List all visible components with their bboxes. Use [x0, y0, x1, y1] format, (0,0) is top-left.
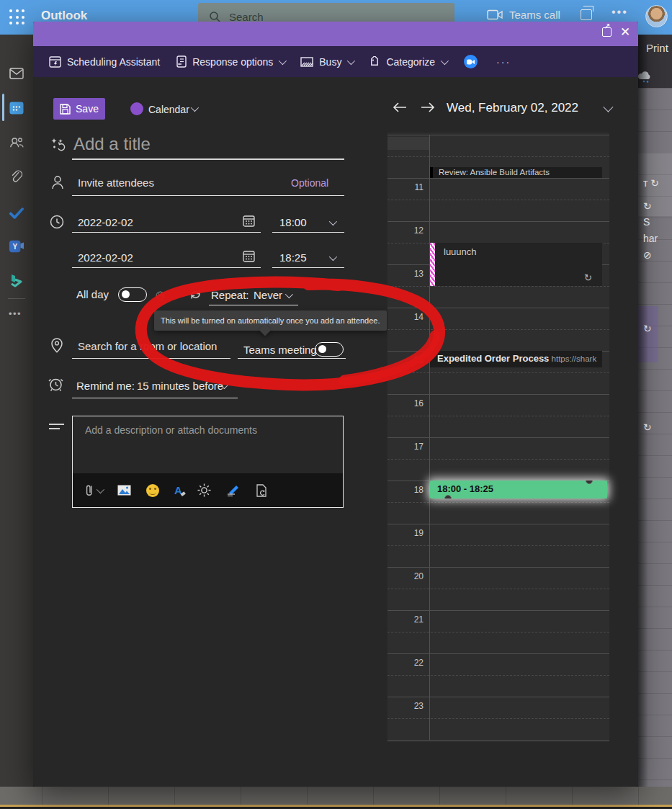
draw-pen-icon[interactable]: [226, 485, 241, 496]
hour-line: [387, 524, 609, 524]
half-hour-line: [387, 718, 609, 719]
emoji-icon[interactable]: [146, 484, 159, 497]
end-date-input[interactable]: 2022-02-02: [78, 251, 133, 264]
previous-day-arrow[interactable]: [393, 101, 407, 114]
chevron-down-icon: [279, 56, 287, 64]
calendar-event[interactable]: 18:00 - 18:25: [430, 481, 607, 499]
rail-more-icon[interactable]: •••: [9, 308, 22, 319]
day-view-grid[interactable]: 11121314151617181920212223Review: Ansibl…: [387, 133, 609, 742]
save-button[interactable]: Save: [53, 98, 105, 120]
location-pin-icon: [51, 338, 63, 353]
hour-label: 14: [387, 312, 424, 322]
open-window-icon[interactable]: [581, 9, 592, 20]
brightness-icon[interactable]: [197, 483, 211, 497]
resize-handle-bottom[interactable]: [444, 495, 452, 499]
yammer-icon[interactable]: Y: [9, 239, 24, 254]
invite-attendees-input[interactable]: Invite attendees: [78, 176, 154, 189]
calendar-date-title[interactable]: Wed, February 02, 2022: [447, 101, 578, 115]
close-icon[interactable]: ✕: [620, 27, 631, 37]
hour-label: 17: [387, 442, 424, 452]
response-options-button[interactable]: Response options: [176, 55, 285, 68]
event-title-icon: [50, 137, 66, 153]
insert-document-icon[interactable]: [256, 484, 267, 497]
calendar-selector[interactable]: Calendar: [148, 104, 189, 115]
background-strip-text: ↻: [643, 200, 652, 212]
dialog-toolbar: Scheduling Assistant Response options Bu…: [33, 46, 638, 77]
categorize-tag-icon: [369, 56, 380, 68]
half-hour-line: [387, 589, 609, 589]
repeat-label: Repeat:: [211, 289, 249, 301]
zoom-app-icon[interactable]: [464, 55, 478, 68]
calendar-event[interactable]: Review: Ansible Build Artifacts: [430, 167, 602, 178]
scheduling-assistant-button[interactable]: Scheduling Assistant: [49, 55, 160, 68]
background-column-line: [572, 787, 573, 805]
teams-meeting-toggle[interactable]: [315, 342, 344, 357]
hour-line: [387, 653, 609, 654]
people-icon[interactable]: [9, 135, 24, 150]
all-day-label: All day: [76, 288, 109, 300]
start-time-input[interactable]: 18:00: [279, 216, 307, 228]
background-column-line: [439, 787, 440, 805]
remind-me-dropdown[interactable]: 15 minutes before: [137, 380, 223, 392]
teams-meeting-label: Teams meeting: [243, 344, 317, 356]
screen: Outlook Search Teams call ••• Print Y ••…: [0, 0, 672, 809]
half-hour-line: [387, 286, 609, 287]
video-camera-icon: [487, 9, 503, 20]
hour-label: 23: [387, 701, 424, 711]
print-button[interactable]: Print: [646, 42, 668, 54]
calendar-event[interactable]: luuunch↻: [430, 243, 602, 286]
calendar-color-dot: [130, 102, 143, 115]
categorize-button[interactable]: Categorize: [369, 56, 447, 68]
timezone-globe-icon[interactable]: [156, 291, 165, 300]
response-options-icon: [176, 55, 187, 68]
busy-status-button[interactable]: Busy: [300, 56, 353, 68]
rail-divider: [8, 298, 25, 299]
teams-call-button[interactable]: Teams call: [487, 9, 560, 21]
app-launcher-icon[interactable]: [8, 8, 27, 27]
teams-meeting-tooltip: This will be turned on automatically onc…: [154, 310, 387, 331]
clear-formatting-icon[interactable]: A: [174, 484, 182, 497]
app-title: Outlook: [41, 9, 87, 23]
next-day-arrow[interactable]: [421, 101, 435, 114]
hour-line: [387, 437, 609, 438]
clock-icon: [50, 215, 64, 229]
end-time-input[interactable]: 18:25: [279, 251, 307, 264]
hour-line: [387, 308, 609, 308]
description-lines-icon: [49, 424, 64, 437]
resize-handle-top[interactable]: [586, 481, 593, 484]
search-placeholder: Search: [229, 11, 264, 23]
optional-label[interactable]: Optional: [291, 177, 328, 189]
hour-line: [387, 697, 609, 697]
location-input[interactable]: Search for a room or location: [78, 340, 217, 352]
popout-icon[interactable]: [602, 27, 611, 37]
background-strip-text: S: [643, 216, 650, 228]
user-avatar[interactable]: [645, 5, 668, 27]
background-strip-text: т ↻: [643, 177, 659, 189]
toolbar-more-icon[interactable]: ···: [496, 56, 511, 68]
start-date-input[interactable]: 2022-02-02: [78, 216, 133, 228]
background-column-line: [638, 787, 639, 805]
mail-icon[interactable]: [9, 66, 24, 81]
background-column-line: [307, 787, 308, 805]
all-day-toggle[interactable]: [118, 287, 147, 302]
background-column-line: [241, 787, 241, 805]
calendar-module-icon[interactable]: [9, 101, 24, 115]
date-picker-icon[interactable]: [243, 215, 255, 227]
bing-icon[interactable]: [9, 274, 24, 288]
half-hour-line: [387, 329, 609, 330]
topbar-more-icon[interactable]: •••: [611, 6, 628, 19]
calendar-event[interactable]: Expedited Order Process https://shark: [430, 351, 602, 367]
attach-file-button[interactable]: [85, 484, 102, 497]
attachments-icon[interactable]: [9, 170, 24, 184]
description-input[interactable]: Add a description or attach documents: [85, 424, 257, 436]
half-hour-line: [387, 675, 609, 676]
insert-image-icon[interactable]: [117, 485, 131, 496]
hour-line: [387, 394, 609, 395]
repeat-dropdown[interactable]: Never: [254, 289, 282, 301]
date-picker-icon[interactable]: [243, 250, 255, 262]
background-column-line: [506, 787, 506, 805]
event-title-input[interactable]: Add a title: [73, 134, 151, 154]
hour-label: 21: [387, 614, 424, 625]
title-underline: [72, 158, 344, 160]
todo-icon[interactable]: [9, 206, 24, 220]
